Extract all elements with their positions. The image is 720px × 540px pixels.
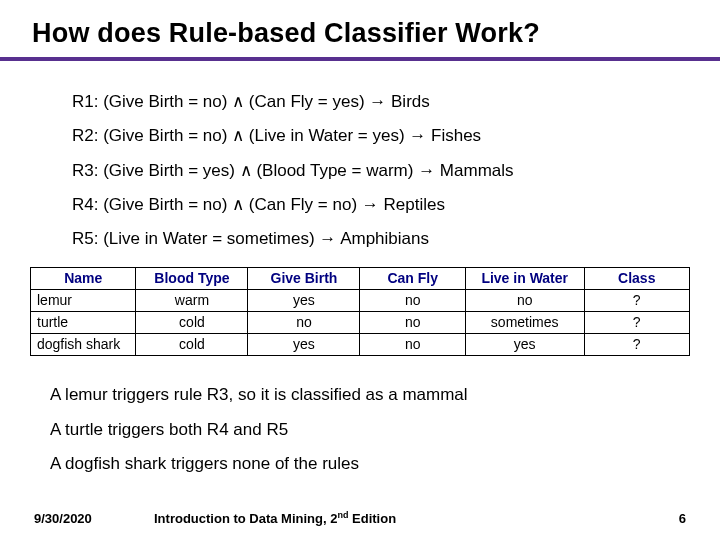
cell-blood: warm	[136, 290, 248, 312]
cell-fly: no	[360, 290, 465, 312]
footer-date: 9/30/2020	[34, 511, 154, 526]
col-class: Class	[584, 268, 689, 290]
slide: How does Rule-based Classifier Work? R1:…	[0, 0, 720, 540]
note-turtle: A turtle triggers both R4 and R5	[50, 419, 692, 440]
footer-book-suffix: Edition	[348, 511, 396, 526]
cell-water: yes	[465, 334, 584, 356]
col-fly: Can Fly	[360, 268, 465, 290]
note-dogfish: A dogfish shark triggers none of the rul…	[50, 453, 692, 474]
page-title: How does Rule-based Classifier Work?	[32, 18, 692, 49]
rule-r4: R4: (Give Birth = no) ∧ (Can Fly = no) →…	[72, 194, 692, 215]
footer-book: Introduction to Data Mining, 2nd Edition	[154, 510, 646, 526]
cell-class: ?	[584, 290, 689, 312]
note-lemur: A lemur triggers rule R3, so it is class…	[50, 384, 692, 405]
table-row: dogfish shark cold yes no yes ?	[31, 334, 690, 356]
slide-footer: 9/30/2020 Introduction to Data Mining, 2…	[0, 510, 720, 526]
col-water: Live in Water	[465, 268, 584, 290]
table-row: lemur warm yes no no ?	[31, 290, 690, 312]
explanation-notes: A lemur triggers rule R3, so it is class…	[50, 384, 692, 474]
cell-water: sometimes	[465, 312, 584, 334]
cell-birth: no	[248, 312, 360, 334]
cell-fly: no	[360, 312, 465, 334]
data-table: Name Blood Type Give Birth Can Fly Live …	[30, 267, 690, 356]
footer-page-number: 6	[646, 511, 686, 526]
data-table-wrap: Name Blood Type Give Birth Can Fly Live …	[30, 267, 690, 356]
rule-list: R1: (Give Birth = no) ∧ (Can Fly = yes) …	[72, 91, 692, 249]
cell-water: no	[465, 290, 584, 312]
col-birth: Give Birth	[248, 268, 360, 290]
cell-class: ?	[584, 312, 689, 334]
table-header-row: Name Blood Type Give Birth Can Fly Live …	[31, 268, 690, 290]
cell-fly: no	[360, 334, 465, 356]
rule-r2: R2: (Give Birth = no) ∧ (Live in Water =…	[72, 125, 692, 146]
cell-name: dogfish shark	[31, 334, 136, 356]
footer-book-prefix: Introduction to Data Mining, 2	[154, 511, 337, 526]
table-row: turtle cold no no sometimes ?	[31, 312, 690, 334]
footer-book-sup: nd	[337, 510, 348, 520]
col-name: Name	[31, 268, 136, 290]
cell-birth: yes	[248, 290, 360, 312]
rule-r3: R3: (Give Birth = yes) ∧ (Blood Type = w…	[72, 160, 692, 181]
cell-blood: cold	[136, 312, 248, 334]
cell-birth: yes	[248, 334, 360, 356]
rule-r1: R1: (Give Birth = no) ∧ (Can Fly = yes) …	[72, 91, 692, 112]
title-underline	[0, 57, 720, 61]
col-blood: Blood Type	[136, 268, 248, 290]
rule-r5: R5: (Live in Water = sometimes) → Amphib…	[72, 228, 692, 249]
cell-blood: cold	[136, 334, 248, 356]
cell-name: lemur	[31, 290, 136, 312]
cell-name: turtle	[31, 312, 136, 334]
cell-class: ?	[584, 334, 689, 356]
